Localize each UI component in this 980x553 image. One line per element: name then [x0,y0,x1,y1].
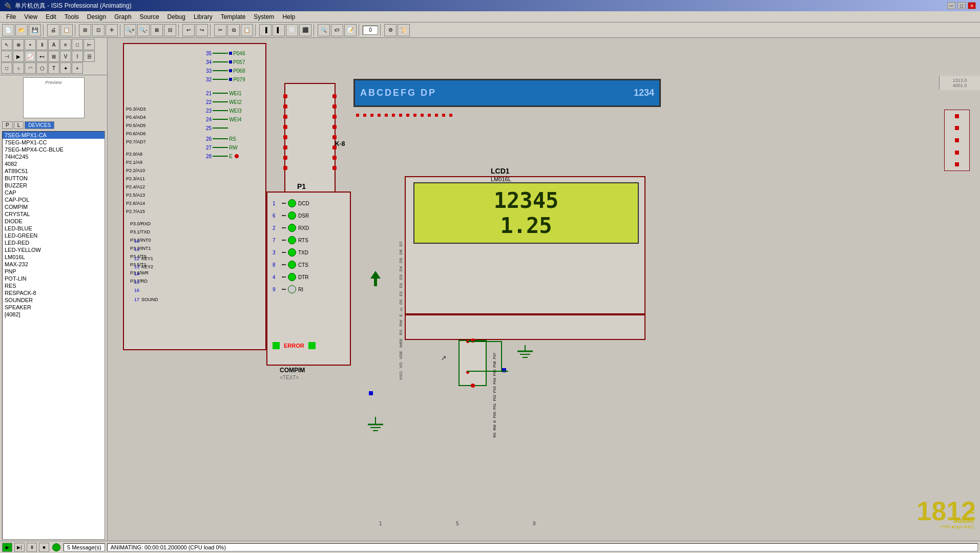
maximize-button[interactable]: □ [957,2,966,9]
device-item-speaker[interactable]: SPEAKER [3,304,105,311]
menu-template[interactable]: Template [217,12,250,22]
device-pins-tool[interactable]: ⊣ [1,51,12,62]
device-item-at89c51[interactable]: AT89C51 [3,167,105,175]
print-btn[interactable]: 🖨 [47,24,59,36]
menu-tools[interactable]: Tools [60,12,83,22]
menu-edit[interactable]: Edit [41,12,60,22]
zoom-out-btn[interactable]: 🔍- [137,24,150,36]
junction-tool[interactable]: • [25,39,36,50]
pause-button[interactable]: ⏸ [27,543,37,552]
device-item-led-red[interactable]: LED-RED [3,239,105,246]
device-item-7seg-mpx1-cc[interactable]: 7SEG-MPX1-CC [3,139,105,146]
menu-graph[interactable]: Graph [110,12,135,22]
new-btn[interactable]: 📄 [2,24,14,36]
device-item-4082b[interactable]: [4082] [3,311,105,318]
menu-help[interactable]: Help [278,12,299,22]
cur-probe-tool[interactable]: I [72,51,83,62]
save-btn[interactable]: 💾 [29,24,41,36]
menu-source[interactable]: Source [136,12,163,22]
select-tool[interactable]: ↖ [1,39,12,50]
script-btn[interactable]: 📜 [398,24,410,36]
device-item-res[interactable]: RES [3,282,105,289]
copy-btn[interactable]: ⧉ [227,24,240,36]
search-btn[interactable]: 🔍 [318,24,330,36]
menu-debug[interactable]: Debug [163,12,190,22]
menu-design[interactable]: Design [83,12,110,22]
zoom-fit-btn[interactable]: ⊠ [151,24,163,36]
device-item-max232[interactable]: MAX-232 [3,261,105,268]
virtual-inst-tool[interactable]: ☰ [84,51,95,62]
text-tool[interactable]: A [48,39,59,50]
device-item-lm016l[interactable]: LM016L [3,253,105,261]
cursor-btn[interactable]: ✛ [106,24,118,36]
stop-button[interactable]: ■ [39,543,49,552]
terminals-tool[interactable]: ⊢ [84,39,95,50]
tab-devices[interactable]: DEVICES [25,121,54,129]
device-item-compim[interactable]: COMPIM [3,203,105,210]
minimize-button[interactable]: ─ [947,2,955,9]
device-item-pnp[interactable]: PNP [3,268,105,275]
block-end-btn[interactable]: ▌ [273,24,285,36]
device-item-7seg-mpx1-ca[interactable]: 7SEG-MPX1-CA [3,132,105,139]
annotate-btn[interactable]: 📝 [344,24,357,36]
device-item-buzzer[interactable]: BUZZER [3,182,105,189]
2d-marker-tool[interactable]: + [72,62,83,74]
undo-btn[interactable]: ↩ [182,24,195,36]
2d-symbol-tool[interactable]: ✦ [60,62,71,74]
tab-l[interactable]: L [14,121,24,129]
device-item-crystal[interactable]: CRYSTAL [3,210,105,218]
menu-file[interactable]: File [2,12,20,22]
wire-label-tool[interactable]: Ⅱ [36,39,48,50]
device-item-74hc245[interactable]: 74HC245 [3,153,105,160]
2d-text-tool[interactable]: T [48,62,59,74]
2d-circle-tool[interactable]: ○ [13,62,24,74]
cut-btn[interactable]: ✂ [214,24,226,36]
tab-p[interactable]: P [2,121,13,129]
device-item-4082[interactable]: 4082 [3,160,105,167]
print2-btn[interactable]: 📋 [60,24,73,36]
schematic-canvas[interactable]: 35 P046 34 P057 33 [108,38,980,541]
close-button[interactable]: ✕ [968,2,976,9]
device-item-button[interactable]: BUTTON [3,175,105,182]
device-item-led-yellow[interactable]: LED-YELLOW [3,246,105,253]
menu-library[interactable]: Library [190,12,217,22]
volt-probe-tool[interactable]: V [60,51,71,62]
device-item-led-green[interactable]: LED-GREEN [3,232,105,239]
play-button[interactable]: ▶ [2,543,12,552]
simulation-tool[interactable]: ▶ [13,51,24,62]
block-move-btn[interactable]: ⬜ [286,24,298,36]
sub-circuit-tool[interactable]: □ [72,39,83,50]
graph-tool[interactable]: 📈 [25,51,36,62]
component-tool[interactable]: ⊕ [13,39,24,50]
device-item-diode[interactable]: DIODE [3,218,105,225]
gen-tool[interactable]: ⊞ [48,51,59,62]
paste-btn[interactable]: 📋 [241,24,253,36]
2d-box-tool[interactable]: □ [1,62,12,74]
grid-btn[interactable]: ⊡ [92,24,105,36]
zoom-level[interactable] [363,26,378,35]
device-item-cap[interactable]: CAP [3,189,105,196]
zoom-full-btn[interactable]: ⊟ [164,24,176,36]
device-item-respack8[interactable]: RESPACK-8 [3,289,105,296]
snap-btn[interactable]: ⊞ [79,24,91,36]
message-count[interactable]: 5 Message(s) [64,543,105,551]
block-copy-btn[interactable]: ⬛ [299,24,311,36]
redo-btn[interactable]: ↪ [196,24,208,36]
bus-tool[interactable]: ≡ [60,39,71,50]
step-button[interactable]: ▶| [14,543,25,552]
device-item-sounder[interactable]: SOUNDER [3,296,105,304]
menu-system[interactable]: System [249,12,278,22]
device-item-cap-pol[interactable]: CAP-POL [3,196,105,203]
menu-view[interactable]: View [20,12,41,22]
device-item-7seg-mpx4[interactable]: 7SEG-MPX4-CC-BLUE [3,146,105,153]
tag-btn[interactable]: 🏷 [331,24,343,36]
prop-btn[interactable]: ⚙ [384,24,397,36]
device-item-led-blue[interactable]: LED-BLUE [3,225,105,232]
block-start-btn[interactable]: ▐ [259,24,272,36]
2d-arc-tool[interactable]: ◠ [25,62,36,74]
zoom-in-btn[interactable]: 🔍+ [124,24,136,36]
open-btn[interactable]: 📂 [15,24,28,36]
2d-poly-tool[interactable]: ⬠ [36,62,48,74]
tape-tool[interactable]: ⊷ [36,51,48,62]
device-item-pot-lin[interactable]: POT-LIN [3,275,105,282]
